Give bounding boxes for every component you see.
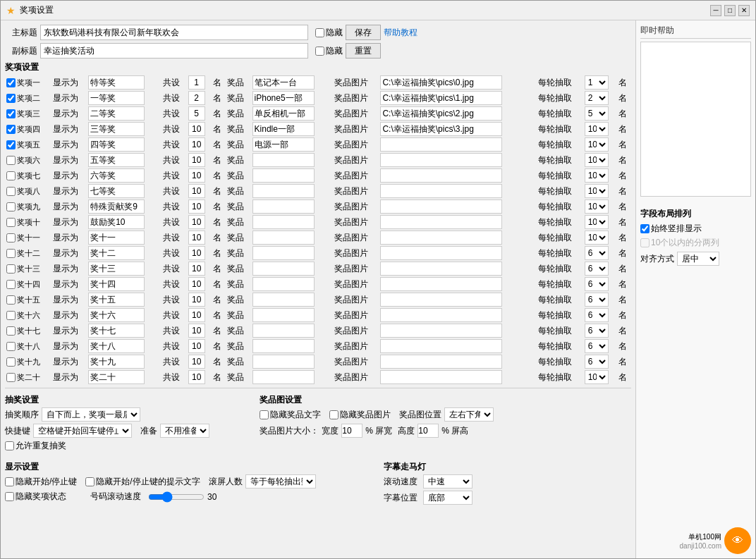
prize-checkbox-17[interactable]: 奖十八: [6, 341, 50, 352]
prize-per-round-19[interactable]: 10 12345 678910: [585, 370, 609, 384]
prize-per-round-9[interactable]: 10 12345 678910: [585, 215, 609, 229]
minimize-button[interactable]: ─: [710, 5, 721, 16]
prize-gift-16[interactable]: [252, 324, 315, 338]
prize-check-18[interactable]: [6, 357, 16, 367]
prize-per-round-18[interactable]: 6 12345 678910: [585, 355, 609, 369]
close-button[interactable]: ✕: [738, 5, 750, 16]
prize-total-12[interactable]: [188, 262, 205, 276]
prize-per-round-1[interactable]: 2 12345 678910: [585, 91, 609, 105]
prize-display-9[interactable]: [88, 215, 145, 229]
prize-display-19[interactable]: [88, 370, 145, 384]
scroll-people-select[interactable]: 等于每轮抽出数 自定义: [245, 474, 316, 489]
prize-display-4[interactable]: [88, 137, 145, 152]
number-scroll-slider[interactable]: [148, 491, 205, 503]
prize-image-path-17[interactable]: [380, 339, 502, 353]
prize-per-round-6[interactable]: 10 12345 678910: [585, 168, 609, 183]
always-vertical-checkbox[interactable]: 始终竖排显示: [640, 223, 702, 235]
prize-display-8[interactable]: [88, 199, 145, 214]
prize-gift-4[interactable]: [252, 137, 315, 152]
hide-start-stop-checkbox[interactable]: 隐藏开始/停止键: [5, 476, 77, 488]
prize-total-10[interactable]: [188, 231, 205, 245]
prize-total-5[interactable]: [188, 153, 205, 167]
prize-per-round-8[interactable]: 10 12345 678910: [585, 199, 609, 214]
prize-checkbox-13[interactable]: 奖十四: [6, 279, 50, 290]
prize-total-16[interactable]: [188, 324, 205, 338]
prize-display-16[interactable]: [88, 324, 145, 338]
two-col-checkbox[interactable]: 10个以内的分两列: [640, 237, 719, 249]
prize-display-11[interactable]: [88, 246, 145, 260]
prize-checkbox-16[interactable]: 奖十七: [6, 326, 50, 336]
prize-total-7[interactable]: [188, 184, 205, 198]
prize-per-round-5[interactable]: 10 12345 678910: [585, 153, 609, 167]
prize-gift-17[interactable]: [252, 339, 315, 353]
prize-total-3[interactable]: [188, 122, 205, 136]
prize-total-15[interactable]: [188, 308, 205, 322]
prize-image-path-3[interactable]: [380, 122, 502, 136]
reset-button[interactable]: 重置: [346, 43, 381, 59]
prize-image-path-7[interactable]: [380, 184, 502, 198]
prize-per-round-0[interactable]: 1 12345 678910: [585, 75, 609, 90]
prize-per-round-2[interactable]: 5 12345 678910: [585, 106, 609, 121]
prize-total-2[interactable]: [188, 106, 205, 121]
prize-display-3[interactable]: [88, 122, 145, 136]
prize-per-round-13[interactable]: 6 12345 678910: [585, 277, 609, 291]
prize-display-17[interactable]: [88, 339, 145, 353]
prize-checkbox-8[interactable]: 奖项九: [6, 202, 50, 212]
hide-prompt-checkbox[interactable]: 隐藏开始/停止键的提示文字: [85, 476, 200, 488]
prize-display-1[interactable]: [88, 91, 145, 105]
prize-total-9[interactable]: [188, 215, 205, 229]
prize-checkbox-0[interactable]: 奖项一: [6, 78, 50, 88]
prize-check-6[interactable]: [6, 171, 16, 180]
prize-check-17[interactable]: [6, 342, 16, 351]
prize-gift-10[interactable]: [252, 231, 315, 245]
prize-check-3[interactable]: [6, 125, 16, 134]
prize-image-path-18[interactable]: [380, 355, 502, 369]
prize-image-path-1[interactable]: [380, 91, 502, 105]
prize-checkbox-6[interactable]: 奖项七: [6, 171, 50, 181]
prize-per-round-15[interactable]: 6 12345 678910: [585, 308, 609, 322]
prize-gift-18[interactable]: [252, 355, 315, 369]
prize-gift-2[interactable]: [252, 106, 315, 121]
prize-check-13[interactable]: [6, 280, 16, 289]
prize-total-11[interactable]: [188, 246, 205, 260]
prize-total-19[interactable]: [188, 370, 205, 384]
prize-checkbox-15[interactable]: 奖十六: [6, 310, 50, 321]
prize-display-2[interactable]: [88, 106, 145, 121]
prize-check-8[interactable]: [6, 202, 16, 211]
prize-check-14[interactable]: [6, 295, 16, 305]
prize-display-13[interactable]: [88, 277, 145, 291]
hide2-check[interactable]: [315, 47, 324, 56]
marquee-speed-select[interactable]: 慢速 中速 快速: [423, 474, 472, 489]
prize-total-18[interactable]: [188, 355, 205, 369]
prize-image-path-5[interactable]: [380, 153, 502, 167]
prize-check-7[interactable]: [6, 187, 16, 196]
hide-status-check[interactable]: [5, 492, 14, 501]
hide1-check[interactable]: [315, 28, 324, 37]
allow-repeat-checkbox[interactable]: 允许重复抽奖: [5, 440, 66, 452]
hide1-checkbox[interactable]: 隐藏: [315, 27, 343, 39]
prize-image-path-0[interactable]: [380, 75, 502, 90]
hide-start-stop-check[interactable]: [5, 477, 14, 486]
prize-per-round-7[interactable]: 10 12345 678910: [585, 184, 609, 198]
prize-checkbox-2[interactable]: 奖项三: [6, 109, 50, 119]
prize-total-13[interactable]: [188, 277, 205, 291]
prize-total-4[interactable]: [188, 137, 205, 152]
prize-check-0[interactable]: [6, 78, 16, 87]
prize-per-round-11[interactable]: 6 12345 678910: [585, 246, 609, 260]
prize-check-16[interactable]: [6, 326, 16, 336]
prize-per-round-17[interactable]: 6 12345 678910: [585, 339, 609, 353]
prize-display-15[interactable]: [88, 308, 145, 322]
prize-total-17[interactable]: [188, 339, 205, 353]
prize-image-path-8[interactable]: [380, 199, 502, 214]
gift-height-input[interactable]: [417, 424, 439, 438]
hide-gift-image-check[interactable]: [329, 410, 339, 419]
prize-gift-6[interactable]: [252, 168, 315, 183]
prize-image-path-16[interactable]: [380, 324, 502, 338]
prize-gift-12[interactable]: [252, 262, 315, 276]
prize-checkbox-10[interactable]: 奖十一: [6, 233, 50, 243]
prize-display-7[interactable]: [88, 184, 145, 198]
prize-check-9[interactable]: [6, 218, 16, 227]
prize-checkbox-11[interactable]: 奖十二: [6, 248, 50, 259]
gift-width-input[interactable]: [341, 424, 362, 438]
prize-total-0[interactable]: [188, 75, 205, 90]
